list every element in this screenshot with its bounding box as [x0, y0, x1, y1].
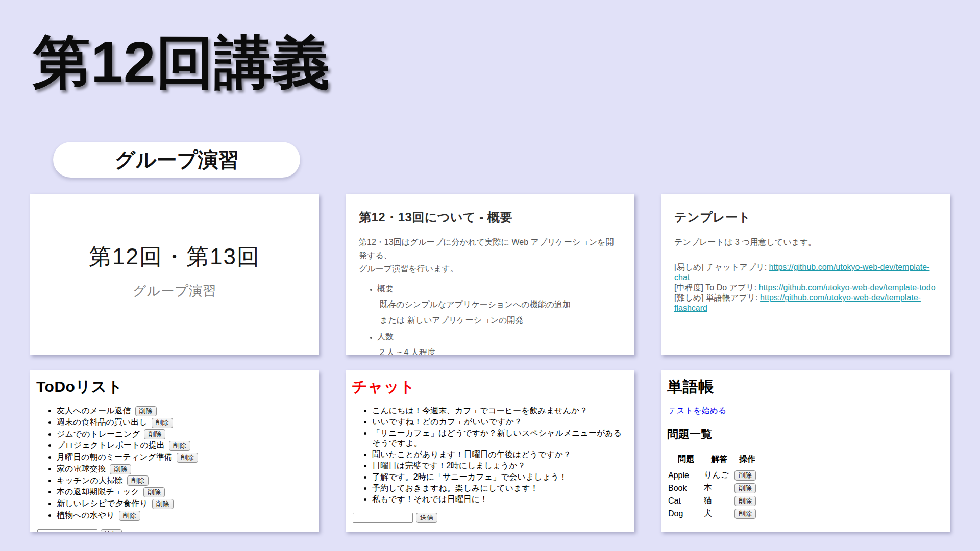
chat-send-button[interactable]: 送信	[416, 513, 437, 523]
todo-item: 家の電球交換削除	[57, 464, 313, 474]
flashcard-question: Dog	[668, 507, 704, 520]
template-links-block: [易しめ] チャットアプリ: https://github.com/utokyo…	[674, 262, 937, 313]
create-new-heading: 新規作成	[667, 530, 944, 532]
column-header-answer: 解答	[704, 453, 734, 469]
group-exercise-badge-label: グループ演習	[115, 146, 239, 174]
flashcard-row: Book 本 削除	[668, 482, 760, 494]
todo-item-text: ジムでのトレーニング	[57, 430, 140, 438]
chat-message: 日曜日は完璧です！2時にしましょうか？	[372, 461, 628, 471]
chat-message: 了解です。2時に「サニーカフェ」で会いましょう！	[372, 472, 628, 482]
todo-item: 植物への水やり削除	[57, 510, 313, 521]
flashcard-row: Dog 犬 削除	[668, 507, 760, 520]
template-todo-link[interactable]: https://github.com/utokyo-web-dev/templa…	[759, 283, 936, 292]
todo-delete-button[interactable]: 削除	[143, 487, 165, 497]
chat-message: 「サニーカフェ」はどうですか？新しいスペシャルメニューがあるそうですよ。	[372, 428, 628, 448]
flashcard-question: Apple	[668, 469, 704, 482]
todo-delete-button[interactable]: 削除	[127, 475, 149, 486]
flashcard-answer: りんご	[704, 469, 734, 482]
todo-item: プロジェクトレポートの提出削除	[57, 440, 313, 451]
flashcard-answer: 犬	[704, 507, 734, 520]
todo-delete-button[interactable]: 削除	[144, 429, 165, 439]
card-grid: 第12回・第13回 グループ演習 第12・13回について - 概要 第12・13…	[30, 194, 950, 532]
template-link-line: [難しめ] 単語帳アプリ: https://github.com/utokyo-…	[674, 293, 937, 313]
todo-item: 友人へのメール返信削除	[57, 406, 313, 416]
todo-item-text: キッチンの大掃除	[57, 476, 123, 485]
todo-delete-button[interactable]: 削除	[169, 441, 190, 451]
todo-delete-button[interactable]: 削除	[177, 453, 198, 463]
flashcard-row: Apple りんご 削除	[668, 469, 760, 482]
column-header-question: 問題	[668, 453, 704, 469]
flashcard-table: 問題 解答 操作 Apple りんご 削除 Book 本 削除 Cat	[668, 453, 760, 520]
list-item: 概要 既存のシンプルなアプリケーションへの機能の追加 または 新しいアプリケーシ…	[377, 284, 621, 326]
start-test-link[interactable]: テストを始める	[668, 406, 726, 416]
overview-slide-card: 第12・13回について - 概要 第12・13回はグループに分かれて実際に We…	[346, 194, 634, 355]
chat-input[interactable]	[353, 513, 413, 523]
page-title: 第12回講義	[33, 28, 331, 97]
todo-item-text: 家の電球交換	[57, 464, 106, 473]
list-item: 人数 2 人 ~ 4 人程度	[377, 332, 621, 355]
overview-intro-line1: 第12・13回はグループに分かれて実際に Web アプリケーションを開発する、	[359, 238, 614, 260]
template-slide-title: テンプレート	[674, 209, 937, 226]
todo-item: 月曜日の朝のミーティング準備削除	[57, 452, 313, 463]
flashcard-delete-button[interactable]: 削除	[734, 496, 756, 506]
todo-input[interactable]	[37, 529, 97, 532]
chat-message: 私もです！それでは日曜日に！	[372, 494, 628, 505]
flashcard-delete-button[interactable]: 削除	[734, 509, 756, 519]
todo-item: キッチンの大掃除削除	[57, 475, 313, 486]
template-intro: テンプレートは 3 つ用意しています。	[674, 236, 937, 249]
chat-message: 聞いたことがあります！日曜日の午後はどうですか？	[372, 449, 628, 460]
template-link-line: [易しめ] チャットアプリ: https://github.com/utokyo…	[674, 262, 937, 283]
flashcard-question: Cat	[668, 494, 704, 507]
flashcard-delete-button[interactable]: 削除	[734, 470, 756, 481]
flashcard-title: 単語帳	[667, 377, 944, 397]
template-link-prefix: [易しめ] チャットアプリ:	[674, 263, 769, 271]
todo-item-text: プロジェクトレポートの提出	[57, 441, 165, 449]
todo-item-text: 本の返却期限チェック	[57, 487, 139, 496]
todo-delete-button[interactable]: 削除	[152, 418, 173, 428]
column-header-actions: 操作	[734, 453, 760, 469]
question-list-heading: 問題一覧	[667, 427, 944, 442]
chat-message-list: こんにちは！今週末、カフェでコーヒーを飲みませんか？ いいですね！どのカフェがい…	[352, 406, 628, 505]
chat-input-row: 送信	[353, 513, 628, 523]
todo-input-row: 追加	[37, 529, 313, 532]
group-exercise-badge: グループ演習	[53, 142, 300, 178]
todo-item: 週末の食料品の買い出し削除	[57, 417, 313, 428]
todo-app-card: ToDoリスト 友人へのメール返信削除 週末の食料品の買い出し削除 ジムでのトレ…	[30, 370, 319, 532]
todo-item: 新しいレシピで夕食作り削除	[57, 498, 313, 509]
todo-item: 本の返却期限チェック削除	[57, 487, 313, 497]
todo-item-text: 友人へのメール返信	[57, 406, 131, 415]
overview-slide-title: 第12・13回について - 概要	[359, 209, 621, 226]
chat-message: 予約しておきますね。楽しみにしています！	[372, 483, 628, 493]
template-link-prefix: [難しめ] 単語帳アプリ:	[674, 293, 760, 302]
slide-subheading: グループ演習	[133, 282, 216, 300]
flashcard-row: Cat 猫 削除	[668, 494, 760, 507]
flashcard-header-row: 問題 解答 操作	[668, 453, 760, 469]
todo-delete-button[interactable]: 削除	[152, 499, 174, 509]
flashcard-answer: 本	[704, 482, 734, 494]
flashcard-answer: 猫	[704, 494, 734, 507]
todo-delete-button[interactable]: 削除	[110, 464, 131, 474]
template-slide-card: テンプレート テンプレートは 3 つ用意しています。 [易しめ] チャットアプリ…	[661, 194, 950, 355]
flashcard-delete-button[interactable]: 削除	[734, 483, 756, 493]
todo-item-text: 週末の食料品の買い出し	[57, 418, 148, 427]
overview-intro-line2: グループ演習を行います。	[359, 264, 458, 273]
chat-message: こんにちは！今週末、カフェでコーヒーを飲みませんか？	[372, 406, 628, 416]
flashcard-question: Book	[668, 482, 704, 494]
template-link-line: [中程度] To Do アプリ: https://github.com/utok…	[674, 283, 937, 293]
chat-message: いいですね！どのカフェがいいですか？	[372, 417, 628, 427]
template-link-prefix: [中程度] To Do アプリ:	[674, 283, 759, 292]
todo-delete-button[interactable]: 削除	[119, 511, 140, 521]
overview-bullet-list: 概要 既存のシンプルなアプリケーションへの機能の追加 または 新しいアプリケーシ…	[359, 284, 621, 355]
bullet-line: または 新しいアプリケーションの開発	[380, 315, 621, 326]
title-slide-card: 第12回・第13回 グループ演習	[30, 194, 319, 355]
chat-app-card: チャット こんにちは！今週末、カフェでコーヒーを飲みませんか？ いいですね！どの…	[346, 370, 634, 532]
todo-list: 友人へのメール返信削除 週末の食料品の買い出し削除 ジムでのトレーニング削除 プ…	[36, 406, 313, 521]
slide-heading: 第12回・第13回	[89, 242, 260, 272]
todo-title: ToDoリスト	[36, 377, 313, 397]
todo-item-text: 新しいレシピで夕食作り	[57, 499, 148, 508]
bullet-title: 概要	[377, 284, 394, 293]
chat-title: チャット	[352, 377, 628, 397]
todo-add-button[interactable]: 追加	[101, 529, 122, 532]
overview-intro: 第12・13回はグループに分かれて実際に Web アプリケーションを開発する、 …	[359, 236, 621, 276]
todo-delete-button[interactable]: 削除	[135, 406, 157, 416]
